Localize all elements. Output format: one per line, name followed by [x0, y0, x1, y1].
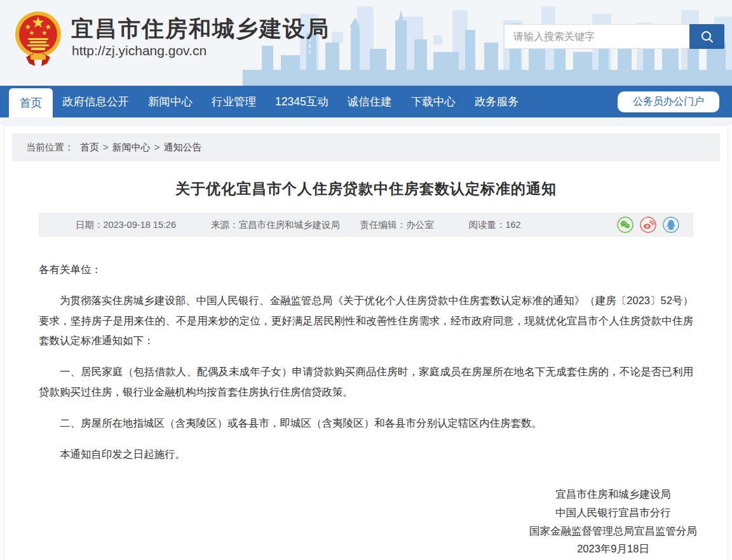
- qq-icon[interactable]: [663, 217, 679, 233]
- article-paragraph: 一、居民家庭（包括借款人、配偶及未成年子女）申请贷款购买商品住房时，家庭成员在房…: [39, 362, 693, 402]
- site-title: 宜昌市住房和城乡建设局: [71, 14, 330, 44]
- nav-item[interactable]: 首页: [9, 88, 53, 117]
- breadcrumb-link[interactable]: 新闻中心: [112, 142, 151, 152]
- meta-source: 来源：宜昌市住房和城乡建设局: [211, 219, 340, 231]
- nav-item[interactable]: 诚信住建: [338, 86, 402, 117]
- share-icons: [617, 217, 683, 233]
- meta-editor: 责任编辑：办公室: [360, 219, 433, 231]
- article-paragraph: 各有关单位：: [39, 260, 693, 279]
- site-url: http://zj.yichang.gov.cn: [72, 43, 207, 58]
- meta-date: 日期：2023-09-18 15:26: [76, 219, 176, 231]
- wechat-icon[interactable]: [617, 217, 634, 233]
- article-paragraph: 二、房屋所在地指城区（含夷陵区）或各县市，即城区（含夷陵区）和各县市分别认定辖区…: [39, 413, 693, 433]
- search-button[interactable]: [689, 24, 724, 49]
- article-title: 关于优化宜昌市个人住房贷款中住房套数认定标准的通知: [43, 179, 689, 199]
- breadcrumb-separator: >: [103, 142, 109, 152]
- article-paragraph: 本通知自印发之日起施行。: [39, 444, 693, 464]
- breadcrumb-separator: >: [154, 142, 160, 152]
- nav-item[interactable]: 下载中心: [402, 86, 465, 117]
- nav-item[interactable]: 新闻中心: [139, 86, 202, 117]
- main-navigation: 首页政府信息公开新闻中心行业管理12345互动诚信住建下载中心政务服务 公务员办…: [0, 86, 732, 117]
- breadcrumb-link[interactable]: 通知公告: [164, 142, 202, 152]
- meta-views: 阅读量：162: [468, 219, 520, 231]
- signature-line: 2023年9月18日: [529, 540, 697, 558]
- civil-servant-portal-button[interactable]: 公务员办公门户: [618, 91, 719, 112]
- nav-item[interactable]: 政府信息公开: [53, 86, 139, 117]
- article-meta-bar: 日期：2023-09-18 15:26 来源：宜昌市住房和城乡建设局 责任编辑：…: [39, 213, 693, 237]
- nav-menu: 首页政府信息公开新闻中心行业管理12345互动诚信住建下载中心政务服务: [9, 86, 529, 117]
- content-container: 当前位置： 首页>新闻中心>通知公告 关于优化宜昌市个人住房贷款中住房套数认定标…: [4, 125, 728, 560]
- article-signature: 宜昌市住房和城乡建设局中国人民银行宜昌市分行国家金融监督管理总局宜昌监管分局20…: [529, 485, 697, 559]
- search-icon: [700, 30, 714, 44]
- breadcrumb-links: 首页>新闻中心>通知公告: [79, 142, 206, 154]
- nav-item[interactable]: 12345互动: [266, 86, 338, 117]
- signature-line: 国家金融监督管理总局宜昌监管分局: [529, 522, 697, 540]
- article-body: 各有关单位：为贯彻落实住房城乡建设部、中国人民银行、金融监管总局《关于优化个人住…: [39, 260, 693, 465]
- signature-line: 宜昌市住房和城乡建设局: [529, 485, 697, 503]
- article-paragraph: 为贯彻落实住房城乡建设部、中国人民银行、金融监管总局《关于优化个人住房贷款中住房…: [39, 291, 693, 350]
- breadcrumb: 当前位置： 首页>新闻中心>通知公告: [12, 133, 720, 161]
- breadcrumb-prefix: 当前位置：: [26, 142, 74, 154]
- nav-item[interactable]: 行业管理: [202, 86, 266, 117]
- weibo-icon[interactable]: [640, 217, 656, 233]
- search-input[interactable]: [504, 24, 689, 49]
- signature-line: 中国人民银行宜昌市分行: [529, 503, 697, 522]
- search-bar: [504, 24, 724, 49]
- nav-item[interactable]: 政务服务: [465, 86, 529, 117]
- site-header: 宜昌市住房和城乡建设局 http://zj.yichang.gov.cn: [0, 0, 732, 86]
- national-emblem-logo: [14, 9, 62, 67]
- breadcrumb-link[interactable]: 首页: [80, 142, 99, 152]
- divider-strip: [0, 117, 732, 125]
